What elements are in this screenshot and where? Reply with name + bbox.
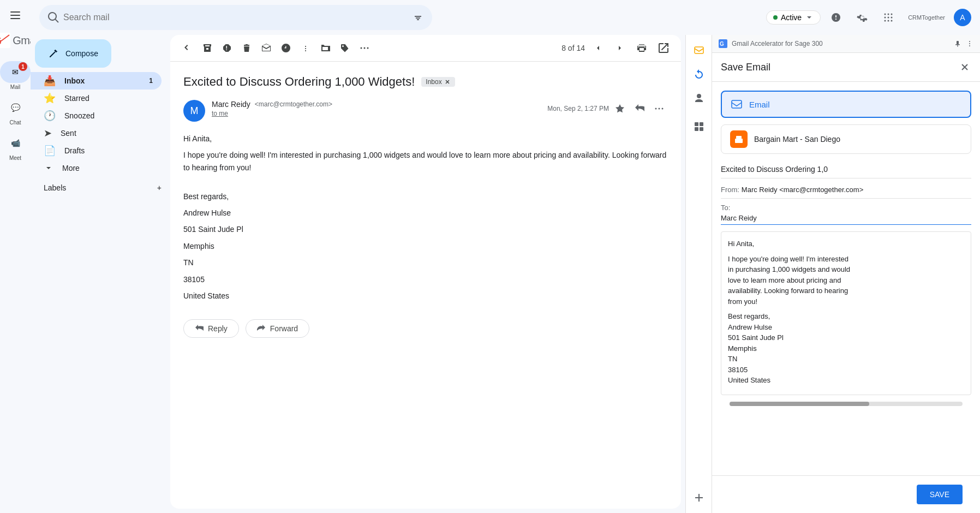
email-body-preview: Hi Anita, I hope you're doing well! I'm … <box>721 231 971 395</box>
labels-section: Labels + <box>31 177 170 199</box>
save-button[interactable]: SAVE <box>917 485 963 504</box>
sidebar-item-starred[interactable]: ⭐ Starred <box>31 90 162 107</box>
next-email-button[interactable] <box>611 39 629 57</box>
reply-quick-button[interactable] <box>631 100 648 117</box>
page-counter: 8 of 14 <box>561 44 585 52</box>
more-options-button[interactable] <box>650 100 668 117</box>
nav-chat[interactable]: 💬 Chat <box>0 94 31 128</box>
save-close-button[interactable] <box>958 61 971 74</box>
active-label: Active <box>781 13 802 22</box>
label-button[interactable] <box>336 39 354 57</box>
overflow-button[interactable] <box>356 39 373 57</box>
print-button[interactable] <box>633 39 650 57</box>
apps-button[interactable] <box>877 7 899 28</box>
forward-icon <box>257 324 266 333</box>
scrollbar-thumb[interactable] <box>730 402 869 406</box>
nav-meet[interactable]: 📹 Meet <box>0 130 31 163</box>
svg-point-9 <box>885 17 886 19</box>
to-me[interactable]: to me <box>212 110 228 117</box>
hamburger-menu[interactable] <box>4 4 26 26</box>
address-1: 501 Saint Jude Pl <box>183 223 668 235</box>
reply-icon <box>195 324 204 333</box>
compose-icon <box>48 48 59 59</box>
svg-point-20 <box>662 108 664 110</box>
sidebar-item-drafts[interactable]: 📄 Drafts <box>31 142 162 159</box>
star-button[interactable] <box>611 100 629 117</box>
nav-mail[interactable]: ✉ 1 Mail <box>0 59 31 92</box>
settings-button[interactable] <box>851 7 873 28</box>
help-button[interactable] <box>825 7 847 28</box>
add-label-icon[interactable]: + <box>157 183 162 192</box>
extension-title: Gmail Accelerator for Sage 300 <box>732 40 949 47</box>
sidebar-more[interactable]: More <box>31 159 162 177</box>
address-2: Memphis <box>183 240 668 252</box>
side-email-icon[interactable] <box>688 39 710 61</box>
from-to-section: From: Marc Reidy <marc@crmtogether.com> … <box>721 185 971 225</box>
preview-addr3: TN <box>728 354 964 365</box>
company-row[interactable]: Bargain Mart - San Diego <box>721 124 971 154</box>
side-refresh-icon[interactable] <box>688 63 710 85</box>
preview-addr2: Memphis <box>728 343 964 354</box>
back-button[interactable] <box>179 39 196 57</box>
body-sig: Andrew Hulse <box>183 207 668 219</box>
more-label: More <box>62 164 80 172</box>
inbox-tag[interactable]: Inbox <box>421 77 455 87</box>
prev-email-button[interactable] <box>589 39 607 57</box>
forward-button[interactable]: Forward <box>246 319 309 338</box>
email-meta: Marc Reidy <marc@crmtogether.com> to me <box>212 100 541 117</box>
active-status[interactable]: Active <box>766 10 821 25</box>
svg-rect-30 <box>957 45 958 47</box>
sidebar-item-snoozed[interactable]: 🕐 Snoozed <box>31 107 162 124</box>
compose-label: Compose <box>65 49 98 58</box>
move-to-button[interactable] <box>316 39 334 57</box>
scrollbar[interactable] <box>730 402 963 406</box>
svg-point-15 <box>361 47 362 49</box>
svg-point-19 <box>659 108 660 110</box>
drafts-icon: 📄 <box>44 145 56 157</box>
svg-rect-36 <box>736 136 742 139</box>
more-button[interactable] <box>297 39 314 57</box>
side-add-icon[interactable] <box>688 487 710 509</box>
side-grid-icon[interactable] <box>688 116 710 138</box>
save-email-title: Save Email <box>721 62 770 73</box>
extension-dots-icon[interactable] <box>966 40 973 47</box>
report-spam-button[interactable] <box>218 39 236 57</box>
chat-label: Chat <box>9 120 21 126</box>
crm-logo[interactable]: CRMTogether <box>904 12 949 23</box>
sidebar-item-inbox[interactable]: 📥 Inbox 1 <box>31 72 162 90</box>
sender-avatar: M <box>183 100 205 122</box>
external-link-button[interactable] <box>655 39 672 57</box>
email-type-button[interactable]: Email <box>721 91 971 118</box>
filter-icon[interactable] <box>413 12 423 23</box>
read-button[interactable] <box>258 39 275 57</box>
email-body: Hi Anita, I hope you're doing well! I'm … <box>183 133 668 302</box>
search-icon <box>48 12 59 23</box>
subject-field[interactable] <box>721 160 971 178</box>
side-person-icon[interactable] <box>688 87 710 109</box>
search-input[interactable] <box>63 13 408 22</box>
archive-button[interactable] <box>199 39 216 57</box>
save-email-content: Email Bargain Mart - San Diego <box>712 82 980 475</box>
delete-button[interactable] <box>238 39 255 57</box>
meet-label: Meet <box>9 155 21 161</box>
content-area: Compose 📥 Inbox 1 ⭐ Starred 🕐 Snoozed ➤ <box>31 35 980 513</box>
right-panel: G Gmail Accelerator for Sage 300 Save Em… <box>685 35 980 513</box>
snooze-button[interactable] <box>277 39 295 57</box>
toolbar-right: 8 of 14 <box>561 39 672 57</box>
svg-point-14 <box>891 20 893 22</box>
svg-rect-1 <box>10 15 20 16</box>
user-avatar[interactable]: A <box>954 9 971 26</box>
body-text: I hope you're doing well! I'm interested… <box>183 149 668 174</box>
svg-rect-23 <box>700 122 703 126</box>
topbar: Active CRMTogether A <box>31 0 980 35</box>
sidebar-item-sent[interactable]: ➤ Sent <box>31 124 162 142</box>
tag-close-icon[interactable] <box>444 79 451 85</box>
search-bar[interactable] <box>39 5 432 30</box>
inbox-label: Inbox <box>64 76 85 85</box>
reply-button[interactable]: Reply <box>183 319 239 338</box>
to-field[interactable] <box>721 212 971 225</box>
compose-button[interactable]: Compose <box>35 39 111 68</box>
reply-section: Reply Forward <box>183 319 668 338</box>
svg-rect-2 <box>10 18 20 19</box>
email-view: 8 of 14 Ex <box>170 35 681 509</box>
